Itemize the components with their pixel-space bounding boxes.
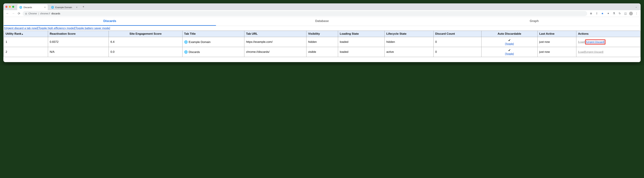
cell-actions: [Load][Urgent Discard]: [576, 47, 640, 57]
col-tab-url[interactable]: Tab URL: [244, 31, 306, 37]
cell-url: chrome://discards/: [244, 47, 306, 57]
profile-avatar[interactable]: [629, 12, 633, 16]
check-icon: ✔: [483, 38, 536, 42]
cell-last-active: just now: [538, 37, 576, 47]
global-actions: [Urgent discard a tab now][Toggle high e…: [4, 26, 640, 31]
cell-title: 🌐Example Domain: [182, 37, 244, 47]
forward-button[interactable]: →: [11, 12, 15, 15]
page-tab-bar: Discards Database Graph: [4, 17, 640, 26]
tab-discards[interactable]: Discards: [4, 17, 216, 26]
cell-rank: 2: [4, 47, 48, 57]
load-action-link[interactable]: [Load]: [578, 50, 585, 53]
tab-database[interactable]: Database: [216, 17, 428, 26]
toolbar: ← → ⟳ ◎ Chrome | chrome://discards ⊕ ⇪ ★…: [4, 10, 640, 17]
browser-window: 🌐 Discards × 🌐 Example Domain × + ⌄ ← → …: [4, 4, 640, 62]
cell-discard-count: 0: [434, 37, 481, 47]
address-scheme: chrome://: [40, 12, 50, 15]
cell-auto-discardable: ✔[Toggle]: [481, 47, 538, 57]
new-tab-button[interactable]: +: [81, 5, 86, 9]
cell-last-active: just now: [538, 47, 576, 57]
globe-icon: 🌐: [51, 6, 54, 9]
minimize-window-button[interactable]: [9, 6, 11, 8]
address-path: discards: [52, 12, 60, 15]
toggle-auto-discard-link[interactable]: [Toggle]: [505, 42, 514, 45]
cell-title: 🌐Discards: [182, 47, 244, 57]
col-last-active[interactable]: Last Active: [538, 31, 576, 37]
share-icon[interactable]: ⇪: [594, 12, 599, 15]
window-controls: [6, 6, 14, 8]
labs-icon[interactable]: ⚗: [612, 12, 616, 15]
tab-title: Example Domain: [55, 6, 72, 9]
address-separator: |: [38, 12, 39, 15]
address-bar[interactable]: ◎ Chrome | chrome://discards: [23, 11, 587, 16]
sort-asc-icon: ▲: [22, 33, 24, 35]
maximize-window-button[interactable]: [12, 6, 14, 8]
globe-icon: 🌐: [184, 40, 188, 44]
cell-auto-discardable: ✔[Toggle]: [481, 37, 538, 47]
zoom-icon[interactable]: ⊕: [589, 12, 593, 15]
table-row: 2N/A0.0🌐Discardschrome://discards/visibl…: [4, 47, 640, 57]
tabs-menu-button[interactable]: ⌄: [634, 6, 638, 8]
page-content: Discards Database Graph [Urgent discard …: [4, 17, 640, 62]
col-tab-title[interactable]: Tab Title: [182, 31, 244, 37]
bookmark-star-icon[interactable]: ★: [600, 12, 604, 15]
cell-url: https://example.com/: [244, 37, 306, 47]
reload-button[interactable]: ⟳: [17, 12, 21, 16]
urgent-discard-action-link[interactable]: [Urgent Discard]: [585, 50, 604, 53]
cell-engagement: 0.0: [109, 47, 182, 57]
close-tab-icon[interactable]: ×: [76, 6, 78, 9]
cell-lifecycle: hidden: [384, 37, 434, 47]
browser-tab-example[interactable]: 🌐 Example Domain ×: [49, 4, 80, 10]
globe-icon: 🌐: [184, 50, 188, 54]
toggle-battery-saver-link[interactable]: [Toggle battery saver mode]: [74, 26, 110, 30]
site-info-icon[interactable]: ◎: [25, 12, 27, 15]
check-icon: ✔: [483, 48, 536, 52]
reload-tab-icon[interactable]: ↻: [618, 12, 622, 15]
cell-reactivation: N/A: [48, 47, 108, 57]
cell-engagement: 6.4: [109, 37, 182, 47]
col-visibility[interactable]: Visibility: [306, 31, 338, 37]
cell-discard-count: 0: [434, 47, 481, 57]
toggle-high-efficiency-link[interactable]: [Toggle high efficiency mode]: [38, 26, 74, 30]
urgent-discard-action-link[interactable]: [Urgent Discard]: [586, 40, 604, 43]
load-action-link[interactable]: [Load]: [578, 40, 585, 43]
table-row: 10.83726.4🌐Example Domainhttps://example…: [4, 37, 640, 47]
cell-rank: 1: [4, 37, 48, 47]
titlebar: 🌐 Discards × 🌐 Example Domain × + ⌄: [4, 4, 640, 10]
cell-loading: loaded: [338, 47, 384, 57]
col-auto-discardable[interactable]: Auto Discardable: [481, 31, 538, 37]
col-site-engagement[interactable]: Site Engagement Score: [109, 31, 182, 37]
urgent-discard-now-link[interactable]: [Urgent discard a tab now]: [4, 26, 38, 30]
browser-tab-discards[interactable]: 🌐 Discards ×: [17, 4, 48, 10]
col-actions[interactable]: Actions: [576, 31, 640, 37]
menu-icon[interactable]: ⋮: [634, 12, 638, 15]
close-window-button[interactable]: [6, 6, 8, 8]
extensions-icon[interactable]: ✦: [606, 12, 610, 15]
globe-icon: 🌐: [19, 6, 22, 9]
tab-graph[interactable]: Graph: [428, 17, 640, 26]
col-lifecycle-state[interactable]: Lifecycle State: [384, 31, 434, 37]
cell-lifecycle: active: [384, 47, 434, 57]
table-header-row: Utility Rank▲ Reactivation Score Site En…: [4, 31, 640, 37]
cell-reactivation: 0.8372: [48, 37, 108, 47]
col-reactivation-score[interactable]: Reactivation Score: [48, 31, 108, 37]
toggle-auto-discard-link[interactable]: [Toggle]: [505, 52, 514, 55]
cell-visibility: visible: [306, 47, 338, 57]
highlight-box: [Urgent Discard]: [585, 40, 606, 44]
cell-visibility: hidden: [306, 37, 338, 47]
address-prefix: Chrome: [28, 12, 37, 15]
col-discard-count[interactable]: Discard Count: [434, 31, 481, 37]
discards-table: Utility Rank▲ Reactivation Score Site En…: [4, 31, 640, 57]
tab-title: Discards: [24, 6, 32, 9]
close-tab-icon[interactable]: ×: [44, 6, 46, 9]
col-loading-state[interactable]: Loading State: [338, 31, 384, 37]
cell-actions: [Load][Urgent Discard]: [576, 37, 640, 47]
col-utility-rank[interactable]: Utility Rank▲: [4, 31, 48, 37]
side-panel-icon[interactable]: ◫: [623, 12, 628, 15]
cell-loading: loaded: [338, 37, 384, 47]
back-button[interactable]: ←: [6, 12, 10, 15]
